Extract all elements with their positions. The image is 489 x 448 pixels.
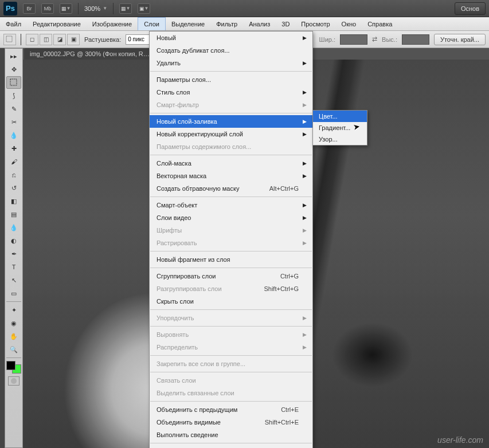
submenu-item[interactable]: Цвет... <box>313 111 367 122</box>
move-tool[interactable]: ✥ <box>6 63 21 76</box>
menu-item[interactable]: Новый слой-заливка▶ <box>150 115 312 128</box>
gradient-tool[interactable]: ▤ <box>6 208 21 221</box>
quick-mask-toggle[interactable] <box>8 376 19 386</box>
menu-item[interactable]: Обработка краев▶ <box>150 445 312 448</box>
menu-просмотр[interactable]: Просмотр <box>295 17 335 30</box>
quick-select-tool[interactable]: ✎ <box>6 103 21 115</box>
subtract-selection-icon[interactable]: ◪ <box>53 34 66 45</box>
divider <box>6 357 21 358</box>
handle-icon[interactable]: ▸▸ <box>6 50 21 62</box>
zoom-tool[interactable]: 🔍 <box>6 343 21 356</box>
screen-mode-icon[interactable]: ▣▼ <box>138 3 150 14</box>
shape-tool[interactable]: ▭ <box>6 287 21 300</box>
menu-item-label: Слой-маска <box>157 160 191 167</box>
stamp-tool[interactable]: ⎌ <box>6 168 21 181</box>
menu-item[interactable]: Создать дубликат слоя... <box>150 44 312 57</box>
healing-tool[interactable]: ✚ <box>6 142 21 155</box>
menu-item: Растрировать▶ <box>150 237 312 249</box>
menu-слои[interactable]: Слои <box>138 17 166 30</box>
3d-tool[interactable]: ✦ <box>6 304 21 316</box>
refine-edge-button[interactable]: Уточн. край... <box>434 34 486 45</box>
height-input[interactable] <box>402 34 429 45</box>
submenu-arrow-icon: ▶ <box>303 35 307 41</box>
zoom-dropdown[interactable]: 300% ▼ <box>84 5 107 12</box>
3d-camera-tool[interactable]: ◉ <box>6 317 21 329</box>
menu-item-label: Разгруппировать слои <box>157 285 222 292</box>
marquee-tool[interactable] <box>6 76 21 89</box>
menu-item-label: Удалить <box>157 60 181 66</box>
menu-item-label: Стиль слоя <box>157 89 190 96</box>
menu-item[interactable]: Новый фрагмент из слоя <box>150 253 312 266</box>
menu-файл[interactable]: Файл <box>0 17 27 30</box>
bridge-icon[interactable]: Br <box>23 3 36 14</box>
new-selection-icon[interactable]: ◻ <box>26 34 38 45</box>
menu-справка[interactable]: Справка <box>362 17 398 30</box>
menu-separator <box>150 197 312 197</box>
menu-item: Упорядочить▶ <box>150 312 312 324</box>
menu-item[interactable]: Слой-маска▶ <box>150 157 312 170</box>
foreground-swatch[interactable] <box>6 361 15 370</box>
menu-item[interactable]: Объединить видимыеShift+Ctrl+E <box>150 416 312 429</box>
tool-preset-icon[interactable] <box>3 34 16 45</box>
menu-item-label: Новый фрагмент из слоя <box>157 256 230 263</box>
menu-item[interactable]: Новый корректирующий слой▶ <box>150 128 312 140</box>
menu-item[interactable]: Скрыть слои <box>150 295 312 308</box>
width-input[interactable] <box>340 34 367 45</box>
menu-item[interactable]: Объединить с предыдущимCtrl+E <box>150 403 312 416</box>
menu-item-label: Сгруппировать слои <box>157 273 216 280</box>
hand-tool[interactable]: ✋ <box>6 330 21 343</box>
document-tab[interactable]: img_00002.JPG @ 300% (Фон копия, R… ✕ <box>24 48 165 60</box>
menu-3d[interactable]: 3D <box>276 17 295 30</box>
app-titlebar: Ps Br Mb ▦▼ 300% ▼ ▦▼ ▣▼ Основ <box>0 0 489 17</box>
crop-tool[interactable]: ✂ <box>6 116 21 128</box>
menu-item[interactable]: Удалить▶ <box>150 57 312 69</box>
menu-item[interactable]: Сгруппировать слоиCtrl+G <box>150 270 312 282</box>
menu-изображение[interactable]: Изображение <box>87 17 138 30</box>
brush-tool[interactable]: 🖌 <box>6 155 21 168</box>
history-brush-tool[interactable]: ↺ <box>6 182 21 194</box>
divider <box>6 301 21 302</box>
submenu-arrow-icon: ▶ <box>303 173 307 179</box>
layer-menu-dropdown: Новый▶Создать дубликат слоя...Удалить▶Па… <box>149 31 313 448</box>
minibridge-icon[interactable]: Mb <box>41 3 54 14</box>
swap-dims-icon[interactable]: ⇄ <box>372 36 377 43</box>
menu-item-label: Связать слои <box>157 377 196 384</box>
pen-tool[interactable]: ✒ <box>6 247 21 260</box>
menu-выделение[interactable]: Выделение <box>166 17 210 30</box>
menu-item-label: Слои видео <box>157 214 191 221</box>
eraser-tool[interactable]: ◧ <box>6 195 21 207</box>
tools-panel: ▸▸ ✥ ⟆ ✎ ✂ 💧 ✚ 🖌 ⎌ ↺ ◧ ▤ 💧 ◐ ✒ T ↖ ▭ ✦ ◉… <box>5 48 23 448</box>
menu-item-label: Шрифты <box>157 227 182 234</box>
blur-tool[interactable]: 💧 <box>6 221 21 234</box>
menu-фильтр[interactable]: Фильтр <box>210 17 243 30</box>
submenu-item[interactable]: Узор... <box>313 133 367 145</box>
menu-item[interactable]: Новый▶ <box>150 32 312 44</box>
workspace-button[interactable]: Основ <box>455 2 486 15</box>
lasso-tool[interactable]: ⟆ <box>6 89 21 102</box>
menu-item[interactable]: Слои видео▶ <box>150 211 312 224</box>
submenu-arrow-icon: ▶ <box>303 227 307 233</box>
type-tool[interactable]: T <box>6 261 21 273</box>
menu-item[interactable]: Векторная маска▶ <box>150 170 312 182</box>
menu-item[interactable]: Стиль слоя▶ <box>150 86 312 99</box>
menu-item[interactable]: Смарт-объект▶ <box>150 199 312 211</box>
menu-item[interactable]: Параметры слоя... <box>150 73 312 86</box>
menu-item[interactable]: Создать обтравочную маскуAlt+Ctrl+G <box>150 182 312 195</box>
menu-редактирование[interactable]: Редактирование <box>27 17 87 30</box>
menu-анализ[interactable]: Анализ <box>243 17 276 30</box>
path-select-tool[interactable]: ↖ <box>6 274 21 286</box>
menu-item-label: Выделить связанные слои <box>157 390 234 396</box>
add-selection-icon[interactable]: ◫ <box>40 34 52 45</box>
eyedropper-tool[interactable]: 💧 <box>6 129 21 142</box>
menu-окно[interactable]: Окно <box>336 17 362 30</box>
arrange-docs-icon[interactable]: ▦▼ <box>119 3 132 14</box>
menu-item: Шрифты▶ <box>150 224 312 237</box>
dodge-tool[interactable]: ◐ <box>6 234 21 247</box>
color-swatches[interactable] <box>6 361 21 374</box>
intersect-selection-icon[interactable]: ▣ <box>67 34 80 45</box>
menu-separator <box>150 309 312 310</box>
menu-item[interactable]: Выполнить сведение <box>150 429 312 441</box>
menu-item-label: Объединить с предыдущим <box>157 406 237 413</box>
panel-dock-strip <box>0 48 5 448</box>
view-extras-icon[interactable]: ▦▼ <box>60 3 72 14</box>
